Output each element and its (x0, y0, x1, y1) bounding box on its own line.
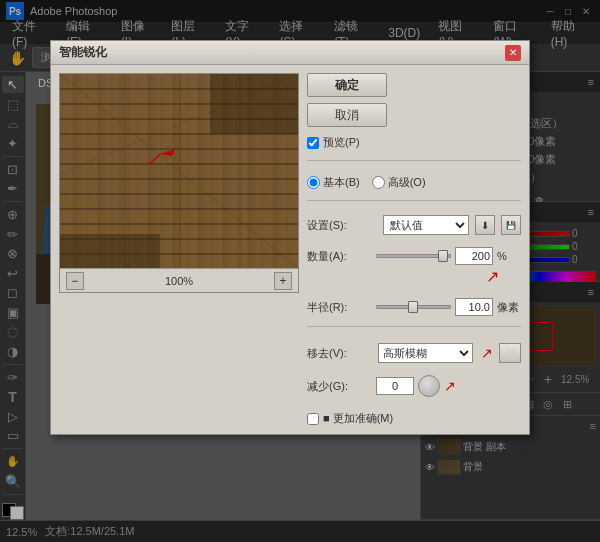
advanced-radio-row: 高级(O) (372, 175, 426, 190)
svg-marker-44 (160, 149, 175, 156)
basic-radio-row: 基本(B) (307, 175, 360, 190)
dialog-titlebar: 智能锐化 ✕ (51, 41, 529, 65)
advanced-label: 高级(O) (388, 175, 426, 190)
dialog-close-btn[interactable]: ✕ (505, 45, 521, 61)
svg-line-41 (60, 74, 299, 174)
preview-controls: − 100% + (60, 268, 298, 292)
preview-zoom-value: 100% (165, 275, 193, 287)
dialog-sep-2 (307, 200, 521, 201)
noise-input[interactable] (376, 377, 414, 395)
dialog-overlay: 智能锐化 ✕ (0, 0, 600, 542)
remove-select[interactable]: 高斯模糊 (378, 343, 473, 363)
smart-sharpen-dialog: 智能锐化 ✕ (50, 40, 530, 435)
add-noise-row: ■ 更加准确(M) (307, 411, 521, 426)
svg-line-40 (60, 74, 299, 270)
preview-zoom-out[interactable]: − (66, 272, 84, 290)
settings-save-btn[interactable]: 💾 (501, 215, 521, 235)
amount-slider-thumb[interactable] (438, 250, 448, 262)
preview-checkbox[interactable] (307, 137, 319, 149)
svg-line-45 (150, 154, 160, 164)
remove-label: 移去(V): (307, 346, 372, 361)
dialog-sep-3 (307, 326, 521, 327)
more-accurate-checkbox[interactable] (307, 413, 319, 425)
noise-dial[interactable] (418, 375, 440, 397)
radius-label: 半径(R): (307, 300, 372, 315)
radius-unit: 像素 (497, 300, 521, 315)
dialog-title: 智能锐化 (59, 44, 107, 61)
radius-slider-row: 半径(R): 像素 (307, 298, 521, 316)
amount-input[interactable] (455, 247, 493, 265)
preview-image (60, 74, 298, 292)
basic-radio[interactable] (307, 176, 320, 189)
svg-rect-42 (60, 234, 160, 270)
svg-rect-23 (60, 74, 299, 270)
amount-arrow-icon: ↗ (486, 267, 499, 286)
preview-label: 预览(P) (323, 135, 360, 150)
dialog-btn-confirm[interactable]: 确定 (307, 73, 387, 97)
dialog-left: − 100% + (59, 73, 299, 426)
svg-rect-43 (210, 74, 299, 134)
dialog-sep-1 (307, 160, 521, 161)
remove-row: 移去(V): 高斯模糊 ↗ ⚙ (307, 343, 521, 363)
amount-slider-track[interactable] (376, 254, 451, 258)
radius-input[interactable] (455, 298, 493, 316)
remove-settings-btn[interactable]: ⚙ (499, 343, 521, 363)
noise-row: 减少(G): ↗ (307, 375, 521, 397)
settings-row: 设置(S): 默认值 ⬇ 💾 (307, 215, 521, 235)
settings-label: 设置(S): (307, 218, 377, 233)
svg-rect-24 (60, 74, 299, 270)
noise-arrow-icon: ↗ (444, 378, 456, 394)
noise-label: 减少(G): (307, 379, 372, 394)
remove-arrow-icon: ↗ (481, 345, 493, 361)
radius-slider-track[interactable] (376, 305, 451, 309)
preview-area: − 100% + (59, 73, 299, 293)
more-accurate-label: ■ 更加准确(M) (323, 411, 393, 426)
radius-slider-thumb[interactable] (408, 301, 418, 313)
dialog-body: − 100% + 确定 取消 预览(P) (51, 65, 529, 434)
amount-slider-row: 数量(A): % (307, 247, 521, 265)
amount-label: 数量(A): (307, 249, 372, 264)
settings-menu-btn[interactable]: ⬇ (475, 215, 495, 235)
mode-radio-group: 基本(B) 高级(O) (307, 175, 521, 190)
dialog-controls: 确定 取消 预览(P) 基本(B) 高级(O) (307, 73, 521, 426)
preview-zoom-in[interactable]: + (274, 272, 292, 290)
amount-unit: % (497, 250, 521, 262)
preview-checkbox-row: 预览(P) (307, 135, 521, 150)
advanced-radio[interactable] (372, 176, 385, 189)
basic-label: 基本(B) (323, 175, 360, 190)
settings-select[interactable]: 默认值 (383, 215, 469, 235)
amount-arrow-hint: ↗ (307, 267, 499, 286)
dialog-btn-cancel[interactable]: 取消 (307, 103, 387, 127)
